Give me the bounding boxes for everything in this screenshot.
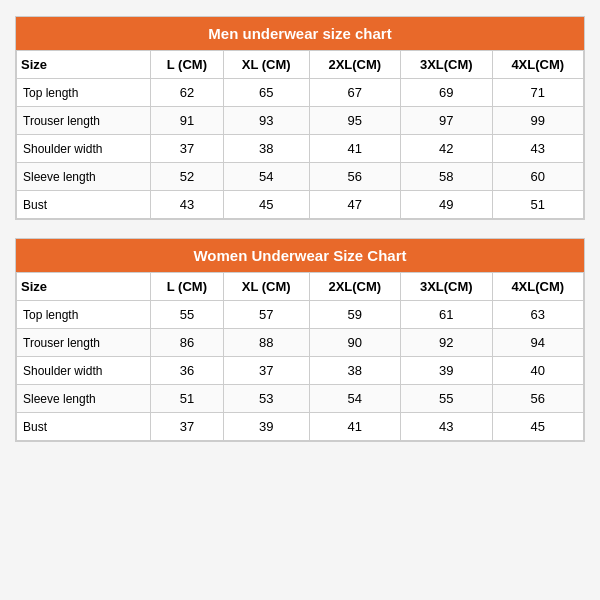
cell-3-0: 51 <box>150 385 223 413</box>
cell-4-1: 39 <box>223 413 309 441</box>
cell-3-4: 56 <box>492 385 584 413</box>
cell-0-2: 59 <box>309 301 400 329</box>
row-label-2: Shoulder width <box>17 357 151 385</box>
cell-2-4: 43 <box>492 135 584 163</box>
cell-1-4: 94 <box>492 329 584 357</box>
cell-0-4: 71 <box>492 79 584 107</box>
cell-0-3: 61 <box>401 301 492 329</box>
cell-1-4: 99 <box>492 107 584 135</box>
cell-4-4: 45 <box>492 413 584 441</box>
men-chart-table: SizeL (CM)XL (CM)2XL(CM)3XL(CM)4XL(CM) T… <box>16 50 584 219</box>
col-header-1: L (CM) <box>150 273 223 301</box>
col-header-2: XL (CM) <box>223 273 309 301</box>
table-row: Bust4345474951 <box>17 191 584 219</box>
row-label-3: Sleeve length <box>17 163 151 191</box>
row-label-1: Trouser length <box>17 329 151 357</box>
cell-0-2: 67 <box>309 79 400 107</box>
cell-3-4: 60 <box>492 163 584 191</box>
table-row: Shoulder width3738414243 <box>17 135 584 163</box>
cell-1-0: 91 <box>150 107 223 135</box>
table-row: Bust3739414345 <box>17 413 584 441</box>
row-label-0: Top length <box>17 301 151 329</box>
cell-4-0: 37 <box>150 413 223 441</box>
cell-3-3: 55 <box>401 385 492 413</box>
cell-2-1: 38 <box>223 135 309 163</box>
cell-2-4: 40 <box>492 357 584 385</box>
men-chart: Men underwear size chart SizeL (CM)XL (C… <box>15 16 585 220</box>
col-header-3: 2XL(CM) <box>309 51 400 79</box>
cell-0-3: 69 <box>401 79 492 107</box>
row-label-2: Shoulder width <box>17 135 151 163</box>
row-label-4: Bust <box>17 191 151 219</box>
table-row: Top length6265676971 <box>17 79 584 107</box>
women-chart: Women Underwear Size Chart SizeL (CM)XL … <box>15 238 585 442</box>
cell-4-4: 51 <box>492 191 584 219</box>
cell-2-2: 41 <box>309 135 400 163</box>
cell-1-3: 92 <box>401 329 492 357</box>
col-header-3: 2XL(CM) <box>309 273 400 301</box>
cell-0-0: 62 <box>150 79 223 107</box>
cell-1-3: 97 <box>401 107 492 135</box>
cell-4-2: 41 <box>309 413 400 441</box>
cell-4-3: 49 <box>401 191 492 219</box>
cell-2-1: 37 <box>223 357 309 385</box>
table-row: Sleeve length5254565860 <box>17 163 584 191</box>
row-label-4: Bust <box>17 413 151 441</box>
cell-0-1: 57 <box>223 301 309 329</box>
table-row: Top length5557596163 <box>17 301 584 329</box>
cell-1-1: 93 <box>223 107 309 135</box>
table-row: Trouser length8688909294 <box>17 329 584 357</box>
cell-2-2: 38 <box>309 357 400 385</box>
col-header-0: Size <box>17 273 151 301</box>
col-header-5: 4XL(CM) <box>492 273 584 301</box>
cell-1-1: 88 <box>223 329 309 357</box>
cell-2-3: 42 <box>401 135 492 163</box>
table-row: Shoulder width3637383940 <box>17 357 584 385</box>
cell-0-4: 63 <box>492 301 584 329</box>
col-header-0: Size <box>17 51 151 79</box>
cell-1-2: 90 <box>309 329 400 357</box>
cell-3-2: 56 <box>309 163 400 191</box>
cell-1-0: 86 <box>150 329 223 357</box>
cell-4-2: 47 <box>309 191 400 219</box>
cell-3-2: 54 <box>309 385 400 413</box>
row-label-1: Trouser length <box>17 107 151 135</box>
col-header-1: L (CM) <box>150 51 223 79</box>
table-row: Trouser length9193959799 <box>17 107 584 135</box>
cell-3-1: 53 <box>223 385 309 413</box>
col-header-4: 3XL(CM) <box>401 273 492 301</box>
cell-0-0: 55 <box>150 301 223 329</box>
row-label-0: Top length <box>17 79 151 107</box>
men-chart-title: Men underwear size chart <box>16 17 584 50</box>
cell-3-1: 54 <box>223 163 309 191</box>
women-chart-table: SizeL (CM)XL (CM)2XL(CM)3XL(CM)4XL(CM) T… <box>16 272 584 441</box>
col-header-2: XL (CM) <box>223 51 309 79</box>
cell-4-3: 43 <box>401 413 492 441</box>
cell-0-1: 65 <box>223 79 309 107</box>
row-label-3: Sleeve length <box>17 385 151 413</box>
cell-4-1: 45 <box>223 191 309 219</box>
cell-2-3: 39 <box>401 357 492 385</box>
col-header-5: 4XL(CM) <box>492 51 584 79</box>
cell-1-2: 95 <box>309 107 400 135</box>
cell-3-3: 58 <box>401 163 492 191</box>
table-row: Sleeve length5153545556 <box>17 385 584 413</box>
col-header-4: 3XL(CM) <box>401 51 492 79</box>
cell-2-0: 36 <box>150 357 223 385</box>
cell-2-0: 37 <box>150 135 223 163</box>
women-chart-title: Women Underwear Size Chart <box>16 239 584 272</box>
cell-3-0: 52 <box>150 163 223 191</box>
cell-4-0: 43 <box>150 191 223 219</box>
